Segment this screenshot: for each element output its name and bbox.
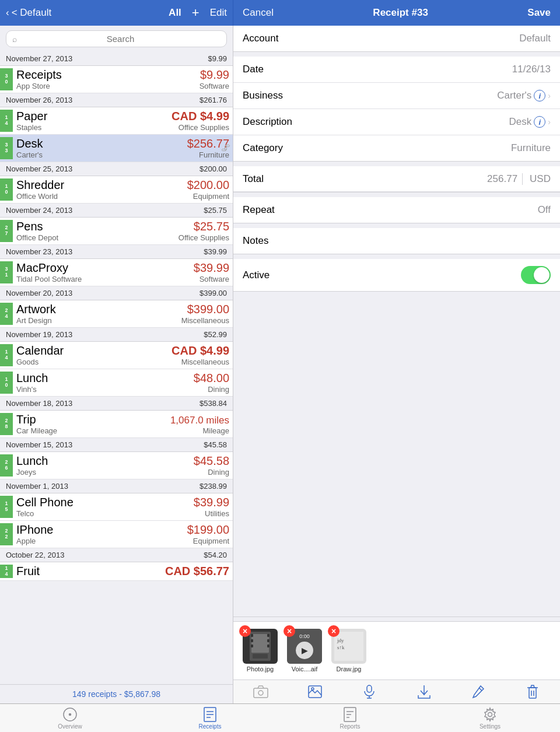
list-item[interactable]: 28 Trip 1,067.0 miles Car Mileage Mileag…	[0, 411, 233, 438]
search-input[interactable]	[20, 34, 220, 44]
date-row: November 18, 2013 $538.84	[0, 397, 233, 411]
badge: 31	[0, 261, 13, 283]
svg-rect-3	[267, 634, 270, 637]
list-item[interactable]: 14 Fruit CAD $56.77	[0, 562, 233, 581]
list-item[interactable]: 30 Receipts $9.99 App Store Software	[0, 66, 233, 93]
description-row[interactable]: Description Desk i ›	[233, 109, 560, 135]
form-group-details: Date 11/26/13 Business Carter's i › Desc…	[233, 57, 560, 162]
microphone-button[interactable]	[342, 685, 397, 699]
date-row: November 19, 2013 $52.99	[0, 328, 233, 342]
delete-voice-button[interactable]: ×	[284, 625, 295, 637]
form-section: Account Default Date 11/26/13 Business C…	[233, 26, 560, 617]
list-item[interactable]: 27 Pens $25.75 Office Depot Office Suppl…	[0, 218, 233, 245]
list-item[interactable]: 26 Lunch $45.58 Joeys Dining	[0, 452, 233, 479]
chevron-right-icon: ›	[548, 117, 551, 127]
description-info-icon[interactable]: i	[534, 116, 545, 128]
list-item[interactable]: 15 Cell Phone $39.99 Telco Utilities	[0, 493, 233, 521]
svg-rect-2	[251, 634, 253, 637]
receipts-list: November 27, 2013 $9.99 30 Receipts $9.9…	[0, 52, 233, 684]
repeat-row: Repeat Off	[233, 197, 560, 223]
badge: 14	[0, 565, 13, 578]
badge: 15	[0, 496, 13, 518]
list-item[interactable]: 22 IPhone $199.00 Apple Equipment	[0, 521, 233, 548]
account-row: Account Default	[233, 26, 560, 51]
attachment-photo: ×	[243, 629, 278, 673]
download-button[interactable]	[397, 685, 451, 699]
voice-label: Voic....aif	[292, 666, 318, 673]
attachment-toolbar	[233, 680, 560, 703]
chevron-left-icon: ‹	[6, 7, 9, 19]
business-info-icon[interactable]: i	[534, 90, 545, 101]
svg-rect-12	[254, 688, 268, 698]
search-icon: ⌕	[12, 34, 17, 44]
nav-bar: ‹ < Default All + Edit Cancel Receipt #3…	[0, 0, 560, 26]
svg-rect-21	[529, 688, 536, 698]
notes-row[interactable]: Notes	[233, 228, 560, 254]
all-button[interactable]: All	[169, 7, 181, 19]
svg-rect-4	[251, 639, 253, 642]
save-button[interactable]: Save	[527, 7, 551, 19]
search-bar[interactable]: ⌕	[6, 30, 227, 47]
badge: 33	[0, 137, 13, 159]
list-item[interactable]: 14 Calendar CAD $4.99 Goods Miscellaneou…	[0, 342, 233, 369]
list-item[interactable]: 14 Paper CAD $4.99 Staples Office Suppli…	[0, 107, 233, 135]
active-toggle[interactable]	[521, 266, 551, 284]
svg-point-34	[488, 712, 492, 716]
attachments-section: ×	[233, 621, 560, 680]
receipt-title: Receipt #33	[373, 7, 428, 19]
tab-reports[interactable]: Reports	[280, 704, 420, 732]
left-panel: ⌕ November 27, 2013 $9.99 30 Receipts $9…	[0, 26, 233, 703]
form-group-account: Account Default	[233, 26, 560, 52]
badge: 22	[0, 523, 13, 545]
camera-button[interactable]	[233, 685, 288, 699]
attachment-voice: × 0:00 ▶ Voic....aif	[287, 629, 322, 673]
form-group-notes: Notes	[233, 228, 560, 254]
badge: 27	[0, 220, 13, 242]
svg-text:jdy: jdy	[337, 638, 344, 643]
draw-label: Draw.jpg	[337, 666, 362, 673]
date-row: October 22, 2013 $54.20	[0, 548, 233, 562]
attachment-draw: × jdy s↑k Draw.jpg	[331, 629, 366, 673]
list-item[interactable]: 10 Shredder $200.00 Office World Equipme…	[0, 176, 233, 204]
date-row: November 24, 2013 $25.75	[0, 204, 233, 218]
date-row-form: Date 11/26/13	[233, 57, 560, 83]
cancel-button[interactable]: Cancel	[243, 7, 274, 19]
list-item[interactable]: 31 MacProxy $39.99 Tidal Pool Software S…	[0, 259, 233, 286]
svg-point-25	[69, 713, 71, 715]
badge: 28	[0, 413, 13, 435]
svg-rect-1	[251, 634, 269, 653]
date-row: November 27, 2013 $9.99	[0, 52, 233, 66]
badge: 10	[0, 178, 13, 201]
edit-button[interactable]: Edit	[210, 7, 227, 19]
badge: 30	[0, 68, 13, 90]
toggle-knob	[534, 267, 550, 283]
active-row: Active	[233, 259, 560, 291]
business-row[interactable]: Business Carter's i ›	[233, 83, 560, 109]
tab-receipts[interactable]: Receipts	[140, 704, 280, 732]
svg-rect-5	[267, 639, 270, 642]
nav-left-buttons: ‹ < Default	[6, 7, 51, 19]
add-button[interactable]: +	[192, 5, 200, 20]
tab-overview[interactable]: Overview	[0, 704, 140, 732]
brush-button[interactable]	[451, 685, 505, 699]
photo-label: Photo.jpg	[247, 666, 274, 673]
badge: 14	[0, 110, 13, 132]
list-item[interactable]: 10 Lunch $48.00 Vinh's Dining	[0, 369, 233, 397]
svg-line-20	[479, 688, 482, 691]
form-group-repeat: Repeat Off	[233, 197, 560, 223]
back-button[interactable]: ‹ < Default	[6, 7, 51, 19]
date-row: November 20, 2013 $399.00	[0, 286, 233, 300]
date-row: November 25, 2013 $200.00	[0, 162, 233, 176]
svg-rect-16	[367, 685, 372, 692]
right-panel: Account Default Date 11/26/13 Business C…	[233, 26, 560, 703]
list-item[interactable]: 33 Desk $256.77 Carter's Furniture 🖇	[0, 135, 233, 162]
list-item[interactable]: 24 Artwork $399.00 Art Design Miscellane…	[0, 300, 233, 328]
tab-settings[interactable]: Settings	[420, 704, 560, 732]
delete-draw-button[interactable]: ×	[328, 625, 340, 637]
trash-button[interactable]	[506, 685, 560, 699]
badge: 10	[0, 372, 13, 394]
image-button[interactable]	[288, 685, 342, 699]
delete-photo-button[interactable]: ×	[239, 625, 251, 637]
date-row: November 15, 2013 $45.58	[0, 438, 233, 452]
badge: 26	[0, 454, 13, 477]
